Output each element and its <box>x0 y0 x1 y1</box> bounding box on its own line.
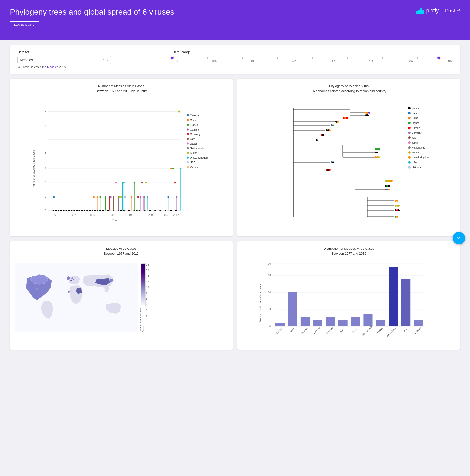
scale-title: Number of Measles Virus Cases <box>139 307 144 332</box>
selected-info: You have selected the Measles Virus <box>17 65 157 69</box>
main-content: Dataset Measles × ▾ You have selected th… <box>0 40 470 355</box>
svg-rect-283 <box>313 320 322 326</box>
svg-text:Sudan: Sudan <box>412 151 419 154</box>
svg-text:Gambia: Gambia <box>190 128 199 131</box>
svg-point-243 <box>408 136 411 139</box>
svg-point-39 <box>81 210 83 211</box>
dataset-control: Dataset Measles × ▾ You have selected th… <box>17 50 157 69</box>
controls-card: Dataset Measles × ▾ You have selected th… <box>10 45 460 74</box>
svg-point-156 <box>368 112 370 114</box>
svg-point-48 <box>107 210 109 211</box>
svg-text:Germany: Germany <box>190 133 201 136</box>
svg-point-55 <box>136 210 137 211</box>
svg-point-123 <box>178 110 180 112</box>
world-map-svg <box>15 261 138 335</box>
svg-rect-277 <box>275 323 285 326</box>
svg-text:2: 2 <box>45 181 46 184</box>
svg-point-247 <box>408 146 411 149</box>
svg-point-169 <box>332 124 334 126</box>
svg-point-67 <box>93 196 95 198</box>
range-handle-left[interactable] <box>171 56 174 60</box>
svg-point-159 <box>367 114 369 116</box>
svg-point-231 <box>408 107 411 109</box>
year-label-2002: 2002 <box>368 59 374 62</box>
svg-text:1977: 1977 <box>50 213 56 216</box>
svg-text:Canada: Canada <box>190 114 199 117</box>
svg-point-173 <box>329 129 331 131</box>
svg-point-255 <box>408 166 411 169</box>
select-clear-icon[interactable]: × <box>102 58 105 62</box>
svg-point-187 <box>376 152 378 153</box>
svg-point-223 <box>398 205 400 207</box>
bar-chart-container[interactable]: Number of Measles Virus Cases 0 5 10 15 … <box>242 258 455 345</box>
svg-point-146 <box>187 161 189 163</box>
bar-chart-title: Distribution of Measles Virus Cases Betw… <box>242 246 455 256</box>
line-chart-svg: Number of Measles Virus Cases 0 1 2 3 4 <box>15 96 228 231</box>
tick-1992 <box>277 57 278 59</box>
svg-text:Japan: Japan <box>352 327 358 334</box>
dataset-select[interactable]: Measles × ▾ <box>17 56 111 64</box>
svg-text:15: 15 <box>268 274 271 277</box>
svg-point-239 <box>408 127 411 129</box>
svg-text:Sudan: Sudan <box>190 152 197 154</box>
color-scale: 18 16 14 12 10 8 6 4 2 0 Number of Measl… <box>141 263 146 332</box>
svg-text:6: 6 <box>45 123 46 126</box>
learn-more-button[interactable]: LEARN MORE <box>10 21 39 28</box>
svg-point-37 <box>76 210 78 211</box>
svg-point-258 <box>68 291 70 293</box>
logo-product: DashR <box>445 8 460 14</box>
svg-text:United Kingdom: United Kingdom <box>190 156 208 159</box>
svg-point-144 <box>187 156 189 158</box>
chevron-right-icon: ›› <box>457 235 460 241</box>
svg-point-191 <box>378 156 380 158</box>
svg-text:20: 20 <box>268 262 271 265</box>
range-slider[interactable]: 1977 1982 1987 1992 1997 2002 2007 2012 <box>172 58 453 62</box>
svg-point-206 <box>391 180 393 182</box>
line-chart-title: Number of Measles Virus Cases Between 19… <box>15 84 228 93</box>
svg-point-176 <box>322 134 324 136</box>
svg-point-53 <box>128 210 130 211</box>
svg-point-163 <box>346 117 348 119</box>
svg-point-103 <box>141 182 143 183</box>
svg-point-33 <box>66 210 67 211</box>
svg-point-134 <box>187 133 189 135</box>
phylogeny-chart-container[interactable]: Nodes Canada China France Gambia Germany… <box>242 96 455 231</box>
svg-point-148 <box>187 166 189 168</box>
map-container[interactable]: 18 16 14 12 10 8 6 4 2 0 Number of Measl… <box>15 258 228 337</box>
svg-text:Italy: Italy <box>190 137 195 140</box>
svg-text:2002: 2002 <box>148 213 154 216</box>
selected-dataset-value: Measles <box>20 58 33 62</box>
svg-point-219 <box>396 200 398 202</box>
svg-text:Canada: Canada <box>275 326 283 334</box>
line-chart-container[interactable]: Number of Measles Virus Cases 0 1 2 3 4 <box>15 96 228 231</box>
year-label-1977: 1977 <box>172 59 178 62</box>
svg-rect-291 <box>363 314 372 326</box>
svg-rect-279 <box>288 292 297 326</box>
year-label-1997: 1997 <box>329 59 335 62</box>
svg-text:China: China <box>190 119 197 122</box>
tick-2012 <box>417 57 418 59</box>
svg-point-184 <box>378 148 380 150</box>
svg-text:Netherlands: Netherlands <box>412 146 425 149</box>
svg-text:China: China <box>289 327 295 334</box>
scale-labels: 18 16 14 12 10 8 6 4 2 0 <box>146 263 149 318</box>
svg-text:0: 0 <box>269 325 271 328</box>
svg-rect-285 <box>326 317 335 326</box>
svg-point-41 <box>86 210 88 211</box>
nav-next-button[interactable]: ›› <box>453 232 465 244</box>
tick-2007 <box>382 57 383 59</box>
svg-point-259 <box>71 277 73 279</box>
svg-text:Gambia: Gambia <box>412 127 420 129</box>
svg-point-230 <box>396 216 398 218</box>
svg-text:Vietnam: Vietnam <box>413 326 421 334</box>
svg-text:Vietnam: Vietnam <box>412 166 421 169</box>
svg-point-245 <box>408 141 411 144</box>
svg-text:1: 1 <box>45 195 46 198</box>
svg-point-194 <box>332 161 334 163</box>
select-arrow-icon: ▾ <box>107 59 108 62</box>
phylogeny-svg: Nodes Canada China France Gambia Germany… <box>242 96 455 231</box>
svg-point-136 <box>187 138 189 140</box>
svg-point-79 <box>113 196 114 198</box>
range-handle-right[interactable] <box>437 56 440 60</box>
svg-text:Year: Year <box>112 218 118 222</box>
